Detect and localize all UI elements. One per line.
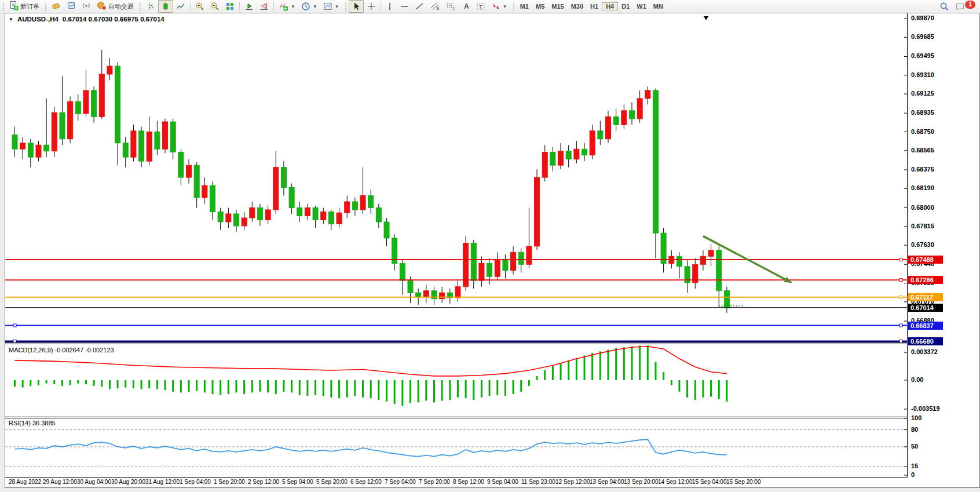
candle-body xyxy=(590,131,595,155)
candlestick-icon xyxy=(161,2,170,11)
templates-button[interactable]: ▼ xyxy=(320,0,342,13)
search-button[interactable] xyxy=(937,0,952,13)
timeframe-m1[interactable]: M1 xyxy=(517,3,532,10)
candle-body xyxy=(550,152,555,165)
horizontal-line-button[interactable] xyxy=(397,0,412,13)
macd-histogram-bar xyxy=(631,347,632,380)
price-tick-label: 0.69495 xyxy=(911,52,934,59)
trend-arrow[interactable] xyxy=(703,236,785,279)
candle-body xyxy=(661,233,666,263)
macd-histogram-bar xyxy=(591,353,593,380)
price-tag-0.67014[interactable]: 0.67014 xyxy=(908,304,943,312)
macd-histogram-bar xyxy=(465,380,467,398)
auto-scroll-button[interactable] xyxy=(242,0,257,13)
svg-text:A: A xyxy=(464,2,469,10)
fibonacci-icon: F xyxy=(446,2,456,11)
chart-shift-marker[interactable] xyxy=(704,16,708,20)
equidistant-channel-button[interactable]: E xyxy=(427,0,443,13)
chart-shift-button[interactable] xyxy=(257,0,272,13)
candle-body xyxy=(526,246,532,264)
price-scale[interactable]: 0.698700.696850.694950.693100.691250.689… xyxy=(908,13,979,487)
history-center-button[interactable] xyxy=(49,0,64,13)
zoom-in-button[interactable] xyxy=(192,0,207,13)
trendline-button[interactable] xyxy=(412,0,427,13)
macd-histogram-bar xyxy=(496,380,498,395)
timeframe-m15[interactable]: M15 xyxy=(548,3,567,10)
hline-handle[interactable] xyxy=(899,296,902,298)
time-label: 29 Aug 12:00 xyxy=(43,479,77,485)
fibonacci-button[interactable]: F xyxy=(443,0,459,13)
text-button[interactable]: A xyxy=(459,0,473,13)
timeframe-w1[interactable]: W1 xyxy=(633,3,650,10)
hline-handle[interactable] xyxy=(899,324,902,327)
toolbar-grip[interactable] xyxy=(344,2,347,11)
bar-chart-button[interactable] xyxy=(143,0,158,13)
macd-histogram-bar xyxy=(141,380,142,389)
macd-histogram-bar xyxy=(671,380,672,385)
dropdown-arrow-icon: ▼ xyxy=(503,4,507,9)
timeframe-mn[interactable]: MN xyxy=(650,3,667,10)
timeframe-h4[interactable]: H4 xyxy=(602,2,618,10)
crosshair-button[interactable] xyxy=(364,0,379,13)
price-tag-0.66837[interactable]: 0.66837 xyxy=(908,322,943,330)
new-order-button[interactable]: 新订单 xyxy=(6,0,42,13)
price-tag-0.67286[interactable]: 0.67286 xyxy=(908,276,943,284)
macd-histogram-bar xyxy=(323,380,324,396)
periods-button[interactable]: ▼ xyxy=(298,0,320,13)
candle-body xyxy=(163,122,168,149)
toolbar-grip[interactable] xyxy=(138,2,141,11)
toolbar-grip[interactable] xyxy=(2,2,5,11)
macd-histogram-bar xyxy=(599,351,601,380)
macd-histogram-bar xyxy=(70,380,71,385)
candle-body xyxy=(36,145,41,157)
notification-badge[interactable]: 1 xyxy=(965,1,975,9)
collapse-chart-icon[interactable]: ▼ xyxy=(9,17,13,22)
price-tag-0.67117[interactable]: 0.67117 xyxy=(908,293,943,301)
macd-histogram-bar xyxy=(378,380,379,400)
text-label-button[interactable]: T xyxy=(473,0,488,13)
time-label: 12 Sep 12:00 xyxy=(555,479,590,485)
timeframe-m5[interactable]: M5 xyxy=(532,3,548,10)
charts-window-button[interactable] xyxy=(64,0,79,13)
text-label-icon: T xyxy=(476,2,485,11)
candle-body xyxy=(495,260,500,276)
candle-body xyxy=(653,90,658,233)
algo-trading-button[interactable]: 自动交易 xyxy=(94,0,137,13)
time-axis[interactable]: 28 Aug 202229 Aug 12:0030 Aug 04:0030 Au… xyxy=(5,478,908,487)
candle-body xyxy=(131,131,136,157)
bar-chart-icon xyxy=(146,2,155,11)
macd-histogram-bar xyxy=(386,380,387,402)
cursor-button[interactable] xyxy=(349,0,364,13)
hline-handle[interactable] xyxy=(13,324,16,327)
macd-histogram-bar xyxy=(513,380,514,394)
zoom-out-button[interactable] xyxy=(207,0,222,13)
timeframe-h1[interactable]: H1 xyxy=(587,3,602,10)
rsi-indicator-label: RSI(14) 36.3885 xyxy=(9,420,56,427)
candle-body xyxy=(226,214,231,222)
indicators-button[interactable]: ▼ xyxy=(276,0,298,13)
signals-button[interactable] xyxy=(79,0,94,13)
candle-body xyxy=(52,112,57,151)
tile-windows-button[interactable] xyxy=(222,0,237,13)
price-tag-0.66680[interactable]: 0.66680 xyxy=(908,337,943,345)
time-label: 1 Sep 04:00 xyxy=(180,479,211,485)
hline-handle[interactable] xyxy=(899,279,902,282)
hline-handle[interactable] xyxy=(899,340,902,342)
candlestick-chart-button[interactable] xyxy=(158,0,173,13)
rsi-tick-label: 0 xyxy=(911,471,915,478)
toolbar-grip[interactable] xyxy=(44,2,47,11)
chart-plot-area[interactable] xyxy=(5,13,908,487)
toolbar-grip[interactable] xyxy=(512,2,515,11)
candle-body xyxy=(606,116,611,139)
macd-histogram-bar xyxy=(362,380,364,398)
timeframe-d1[interactable]: D1 xyxy=(618,3,633,10)
hline-handle[interactable] xyxy=(899,258,902,261)
line-chart-button[interactable] xyxy=(173,0,188,13)
arrows-button[interactable]: ▼ xyxy=(488,0,510,13)
candle-body xyxy=(487,264,492,277)
algo-trading-label: 自动交易 xyxy=(108,2,134,11)
timeframe-m30[interactable]: M30 xyxy=(568,3,587,10)
price-tag-0.67488[interactable]: 0.67488 xyxy=(908,256,943,264)
hline-handle[interactable] xyxy=(13,340,16,342)
vertical-line-button[interactable] xyxy=(383,0,397,13)
